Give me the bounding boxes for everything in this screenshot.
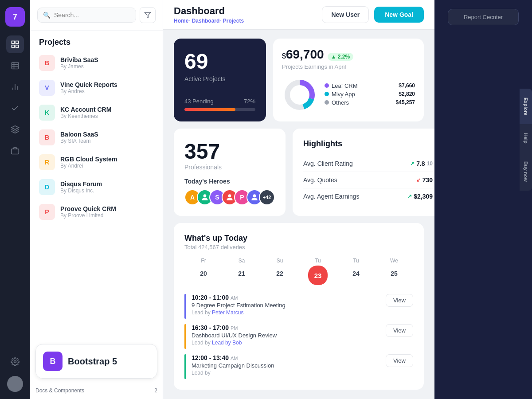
cal-day-num-fr: 20 xyxy=(196,266,211,282)
whatsup-subtitle: Total 424,567 deliveries xyxy=(184,244,413,250)
right-tabs: Explore Help Buy now xyxy=(520,89,532,191)
arrow-up-icon: ↗ xyxy=(410,160,415,167)
topbar: Dashboard Home- Dashboard- Projects New … xyxy=(163,0,434,30)
cal-day-name-fr: Fr xyxy=(184,258,223,264)
sidebar-item-layers[interactable] xyxy=(6,121,24,138)
event-bar-3 xyxy=(184,354,186,379)
tab-explore[interactable]: Explore xyxy=(520,89,532,124)
event-lead-link-2[interactable]: Lead by Bob xyxy=(212,340,242,346)
event-time-3: 12:00 - 13:40 AM xyxy=(192,354,380,361)
bootstrap-label: Bootstrap 5 xyxy=(68,356,117,367)
event-item-2: 16:30 - 17:00 PM Dashboard UI/UX Design … xyxy=(184,324,413,349)
user-avatar-top[interactable]: 7 xyxy=(5,7,25,27)
projects-title: Projects xyxy=(30,31,163,51)
project-item-1[interactable]: V Vine Quick Reports By Andres xyxy=(35,75,157,100)
active-projects-card: 69 Active Projects 43 Pending 72% xyxy=(174,39,266,121)
view-button-2[interactable]: View xyxy=(386,324,413,337)
project-name-0: Briviba SaaS xyxy=(60,56,154,63)
docs-row[interactable]: Docs & Components 2 xyxy=(30,384,163,399)
project-list: B Briviba SaaS By James V Vine Quick Rep… xyxy=(30,51,163,339)
topbar-left: Dashboard Home- Dashboard- Projects xyxy=(174,5,244,24)
sidebar-item-grid[interactable] xyxy=(6,57,24,74)
event-list: 10:20 - 11:00 AM 9 Degree Project Estima… xyxy=(184,294,413,379)
new-goal-button[interactable]: New Goal xyxy=(374,7,424,23)
earnings-amount: 69,700 xyxy=(286,47,324,62)
projects-panel: 🔍 Projects B Briviba SaaS By James V Vin… xyxy=(30,0,163,399)
cal-day-name-sa: Sa xyxy=(223,258,261,264)
cal-day-tu2[interactable]: Tu 24 xyxy=(337,258,375,287)
hero-avatar-more: +42 xyxy=(259,189,275,205)
project-name-4: RGB Cloud System xyxy=(60,156,154,163)
professionals-number: 357 xyxy=(184,139,275,164)
cal-day-num-tu2: 24 xyxy=(348,266,364,282)
active-projects-pending: 43 Pending 72% xyxy=(184,98,255,111)
docs-label: Docs & Components xyxy=(35,387,84,394)
cal-day-tu-active[interactable]: Tu 23 xyxy=(299,258,337,287)
tab-help[interactable]: Help xyxy=(520,124,532,153)
sidebar-item-briefcase[interactable] xyxy=(6,142,24,160)
project-by-3: By SIA Team xyxy=(60,138,154,144)
arrow-up-icon-2: ↗ xyxy=(407,193,412,200)
filter-button[interactable] xyxy=(140,7,156,23)
legend-val-mivy: $2,820 xyxy=(399,91,415,97)
highlight-name-rating: Avg. Client Rating xyxy=(303,160,353,167)
cal-day-fr[interactable]: Fr 20 xyxy=(184,258,223,287)
event-lead-link-1[interactable]: Peter Marcus xyxy=(212,309,243,316)
event-view-2: View xyxy=(386,324,413,337)
search-box[interactable]: 🔍 xyxy=(37,8,136,23)
project-by-5: By Disqus Inc. xyxy=(60,188,154,194)
earnings-dollar: $ xyxy=(282,52,286,60)
user-avatar-bottom[interactable] xyxy=(7,376,23,392)
event-bar-1 xyxy=(184,294,186,319)
legend-val-leaf: $7,660 xyxy=(399,82,415,89)
project-item-4[interactable]: R RGB Cloud System By Andrei xyxy=(35,150,157,175)
event-bar-2 xyxy=(184,324,186,349)
professionals-label: Professionals xyxy=(184,164,275,171)
tab-buy-now[interactable]: Buy now xyxy=(520,153,532,191)
heroes-label: Today's Heroes xyxy=(184,178,275,185)
event-title-2: Dashboard UI/UX Design Review xyxy=(192,332,380,339)
sidebar-item-settings[interactable] xyxy=(6,353,24,371)
earnings-label: Projects Earnings in April xyxy=(282,63,415,70)
legend-name-leaf: Leaf CRM xyxy=(332,82,358,89)
earnings-card: $ 69,700 ▲ 2.2% Projects Earnings in Apr… xyxy=(273,39,424,121)
highlights-card: Highlights Avg. Client Rating ↗ 7.8 10 A… xyxy=(293,129,434,216)
cal-day-sa[interactable]: Sa 21 xyxy=(223,258,261,287)
highlights-title: Highlights xyxy=(303,139,433,149)
event-item-1: 10:20 - 11:00 AM 9 Degree Project Estima… xyxy=(184,294,413,319)
cal-day-name-tu-active: Tu xyxy=(299,258,337,264)
svg-rect-3 xyxy=(16,45,19,48)
project-item-2[interactable]: K KC Account CRM By Keenthemes xyxy=(35,100,157,125)
search-input[interactable] xyxy=(54,12,130,19)
active-projects-number: 69 xyxy=(184,49,255,74)
project-item-5[interactable]: D Disqus Forum By Disqus Inc. xyxy=(35,175,157,200)
event-info-3: 12:00 - 13:40 AM Marketing Campaign Disc… xyxy=(192,354,380,376)
sidebar-item-dashboard[interactable] xyxy=(6,35,24,53)
sidebar-nav: 7 xyxy=(0,0,30,399)
project-item-6[interactable]: P Proove Quick CRM By Proove Limited xyxy=(35,200,157,224)
pending-label: 43 Pending xyxy=(184,98,214,105)
project-item-3[interactable]: B Baloon SaaS By SIA Team xyxy=(35,125,157,150)
cal-day-we[interactable]: We 25 xyxy=(375,258,413,287)
sidebar-item-chart[interactable] xyxy=(6,78,24,96)
cal-day-su[interactable]: Su 22 xyxy=(261,258,299,287)
event-period-1: AM xyxy=(231,295,238,301)
sidebar-item-check[interactable] xyxy=(6,99,24,117)
legend-item-leaf: Leaf CRM $7,660 xyxy=(325,82,415,89)
view-button-3[interactable]: View xyxy=(386,354,413,367)
cal-day-num-sa: 21 xyxy=(234,266,250,282)
highlight-val-earnings: ↗ $2,309 xyxy=(407,193,433,200)
breadcrumb-current: Projects xyxy=(223,18,244,24)
view-button-1[interactable]: View xyxy=(386,294,413,307)
svg-rect-1 xyxy=(16,41,19,44)
report-center-button[interactable]: Report Cecnter xyxy=(448,9,519,25)
svg-point-15 xyxy=(203,194,207,197)
new-user-button[interactable]: New User xyxy=(322,6,369,23)
event-time-1: 10:20 - 11:00 AM xyxy=(192,294,380,301)
project-logo-2: K xyxy=(39,105,55,121)
dashboard-body: 69 Active Projects 43 Pending 72% $ 69,7… xyxy=(163,30,434,399)
highlight-row-earnings: Avg. Agent Earnings ↗ $2,309 xyxy=(303,188,433,204)
project-item-0[interactable]: B Briviba SaaS By James xyxy=(35,51,157,75)
project-by-6: By Proove Limited xyxy=(60,212,154,219)
project-name-6: Proove Quick CRM xyxy=(60,205,154,212)
